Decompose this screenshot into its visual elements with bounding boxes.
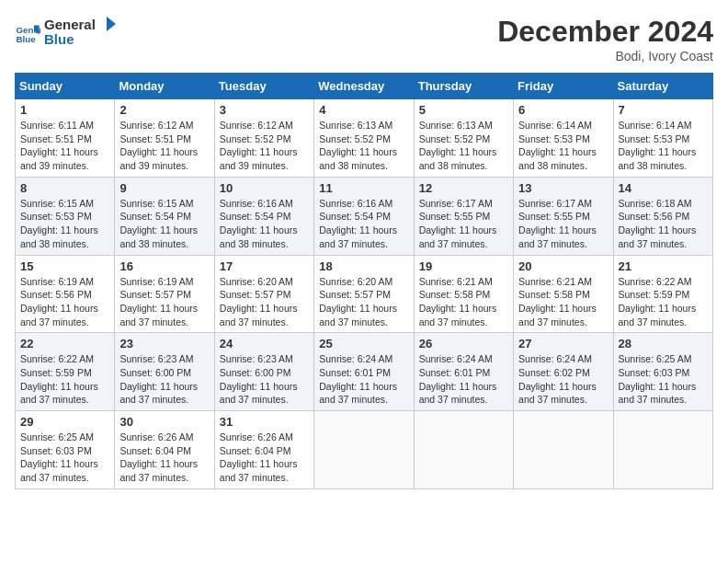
day-info: Sunrise: 6:15 AM Sunset: 5:54 PM Dayligh… [119,197,209,251]
calendar-cell: 3 Sunrise: 6:12 AM Sunset: 5:52 PM Dayli… [214,99,313,178]
calendar-cell: 29 Sunrise: 6:25 AM Sunset: 6:03 PM Dayl… [16,411,115,489]
day-number: 19 [419,259,508,273]
logo: General Blue General Blue [15,15,118,52]
day-info: Sunrise: 6:19 AM Sunset: 5:57 PM Dayligh… [119,275,209,329]
calendar-cell: 23 Sunrise: 6:23 AM Sunset: 6:00 PM Dayl… [115,333,214,411]
day-number: 26 [419,337,508,350]
day-info: Sunrise: 6:11 AM Sunset: 5:51 PM Dayligh… [20,119,109,173]
calendar-cell: 14 Sunrise: 6:18 AM Sunset: 5:56 PM Dayl… [613,177,712,255]
header-thursday: Thursday [414,74,513,99]
day-info: Sunrise: 6:14 AM Sunset: 5:53 PM Dayligh… [518,119,608,173]
day-info: Sunrise: 6:19 AM Sunset: 5:56 PM Dayligh… [20,275,109,329]
day-info: Sunrise: 6:20 AM Sunset: 5:57 PM Dayligh… [220,275,309,329]
calendar-cell: 4 Sunrise: 6:13 AM Sunset: 5:52 PM Dayli… [314,99,414,178]
day-info: Sunrise: 6:12 AM Sunset: 5:52 PM Dayligh… [220,119,309,173]
calendar-cell: 11 Sunrise: 6:16 AM Sunset: 5:54 PM Dayl… [314,177,414,255]
calendar-cell: 21 Sunrise: 6:22 AM Sunset: 5:59 PM Dayl… [613,255,712,333]
day-number: 10 [220,181,309,195]
logo-icon: General Blue [15,20,40,46]
calendar-cell: 13 Sunrise: 6:17 AM Sunset: 5:55 PM Dayl… [514,177,613,255]
calendar-cell: 24 Sunrise: 6:23 AM Sunset: 6:00 PM Dayl… [214,333,313,411]
day-number: 2 [119,103,209,117]
day-number: 27 [518,337,608,350]
day-info: Sunrise: 6:15 AM Sunset: 5:53 PM Dayligh… [20,197,109,251]
calendar-cell: 20 Sunrise: 6:21 AM Sunset: 5:58 PM Dayl… [514,255,613,333]
day-info: Sunrise: 6:25 AM Sunset: 6:03 PM Dayligh… [20,431,109,485]
day-number: 24 [220,337,309,350]
header-tuesday: Tuesday [214,74,313,99]
calendar-cell: 15 Sunrise: 6:19 AM Sunset: 5:56 PM Dayl… [16,255,115,333]
header-monday: Monday [115,74,214,99]
calendar-cell: 26 Sunrise: 6:24 AM Sunset: 6:01 PM Dayl… [414,333,513,411]
calendar-cell: 18 Sunrise: 6:20 AM Sunset: 5:57 PM Dayl… [314,255,414,333]
svg-text:Blue: Blue [44,31,74,47]
header-wednesday: Wednesday [314,74,414,99]
calendar-header-row: Sunday Monday Tuesday Wednesday Thursday… [16,74,713,99]
day-number: 12 [419,181,508,195]
day-number: 18 [319,259,408,273]
calendar-cell: 25 Sunrise: 6:24 AM Sunset: 6:01 PM Dayl… [314,333,414,411]
day-number: 20 [518,259,608,273]
calendar-cell: 5 Sunrise: 6:13 AM Sunset: 5:52 PM Dayli… [414,99,513,178]
calendar-cell: 19 Sunrise: 6:21 AM Sunset: 5:58 PM Dayl… [414,255,513,333]
calendar-cell: 31 Sunrise: 6:26 AM Sunset: 6:04 PM Dayl… [214,411,313,489]
day-info: Sunrise: 6:24 AM Sunset: 6:02 PM Dayligh… [518,352,608,407]
day-number: 8 [20,181,109,195]
header-sunday: Sunday [16,74,115,99]
day-number: 31 [220,415,309,429]
calendar-cell: 8 Sunrise: 6:15 AM Sunset: 5:53 PM Dayli… [16,177,115,255]
calendar-cell: 10 Sunrise: 6:16 AM Sunset: 5:54 PM Dayl… [214,177,313,255]
day-info: Sunrise: 6:21 AM Sunset: 5:58 PM Dayligh… [419,275,508,329]
calendar-cell: 7 Sunrise: 6:14 AM Sunset: 5:53 PM Dayli… [613,99,712,178]
day-info: Sunrise: 6:17 AM Sunset: 5:55 PM Dayligh… [419,197,508,251]
day-number: 15 [20,259,109,273]
day-number: 16 [119,259,209,273]
day-info: Sunrise: 6:26 AM Sunset: 6:04 PM Dayligh… [119,431,209,485]
calendar-cell: 9 Sunrise: 6:15 AM Sunset: 5:54 PM Dayli… [115,177,214,255]
day-number: 4 [319,103,408,117]
day-number: 23 [119,337,209,350]
calendar-table: Sunday Monday Tuesday Wednesday Thursday… [15,73,713,489]
svg-marker-5 [107,17,116,31]
calendar-cell: 6 Sunrise: 6:14 AM Sunset: 5:53 PM Dayli… [514,99,613,178]
day-number: 30 [119,415,209,429]
logo-text: General Blue [44,15,118,52]
day-number: 29 [20,415,109,429]
day-info: Sunrise: 6:20 AM Sunset: 5:57 PM Dayligh… [319,275,408,329]
day-info: Sunrise: 6:21 AM Sunset: 5:58 PM Dayligh… [518,275,608,329]
calendar-cell [514,411,613,489]
day-info: Sunrise: 6:25 AM Sunset: 6:03 PM Dayligh… [619,352,708,407]
calendar-cell [414,411,513,489]
day-info: Sunrise: 6:22 AM Sunset: 5:59 PM Dayligh… [619,275,708,329]
calendar-cell: 27 Sunrise: 6:24 AM Sunset: 6:02 PM Dayl… [514,333,613,411]
day-info: Sunrise: 6:24 AM Sunset: 6:01 PM Dayligh… [319,352,408,407]
day-info: Sunrise: 6:24 AM Sunset: 6:01 PM Dayligh… [419,352,508,407]
day-number: 25 [319,337,408,350]
day-number: 14 [619,181,708,195]
day-number: 7 [619,103,708,117]
day-info: Sunrise: 6:17 AM Sunset: 5:55 PM Dayligh… [518,197,608,251]
day-number: 22 [20,337,109,350]
header-friday: Friday [514,74,613,99]
day-number: 13 [518,181,608,195]
calendar-cell: 16 Sunrise: 6:19 AM Sunset: 5:57 PM Dayl… [115,255,214,333]
day-info: Sunrise: 6:26 AM Sunset: 6:04 PM Dayligh… [220,431,309,485]
day-info: Sunrise: 6:14 AM Sunset: 5:53 PM Dayligh… [619,119,708,173]
svg-text:General: General [44,17,96,32]
page-header: General Blue General Blue December 2024 … [15,15,713,63]
day-number: 11 [319,181,408,195]
calendar-cell: 17 Sunrise: 6:20 AM Sunset: 5:57 PM Dayl… [214,255,313,333]
calendar-cell [613,411,712,489]
day-number: 28 [619,337,708,350]
svg-text:Blue: Blue [16,34,36,44]
day-info: Sunrise: 6:22 AM Sunset: 5:59 PM Dayligh… [20,352,109,407]
location: Bodi, Ivory Coast [497,49,713,63]
day-number: 17 [220,259,309,273]
day-number: 3 [220,103,309,117]
title-section: December 2024 Bodi, Ivory Coast [497,15,713,63]
day-number: 1 [20,103,109,117]
day-info: Sunrise: 6:18 AM Sunset: 5:56 PM Dayligh… [619,197,708,251]
day-info: Sunrise: 6:12 AM Sunset: 5:51 PM Dayligh… [119,119,209,173]
day-info: Sunrise: 6:23 AM Sunset: 6:00 PM Dayligh… [220,352,309,407]
calendar-cell: 1 Sunrise: 6:11 AM Sunset: 5:51 PM Dayli… [16,99,115,178]
